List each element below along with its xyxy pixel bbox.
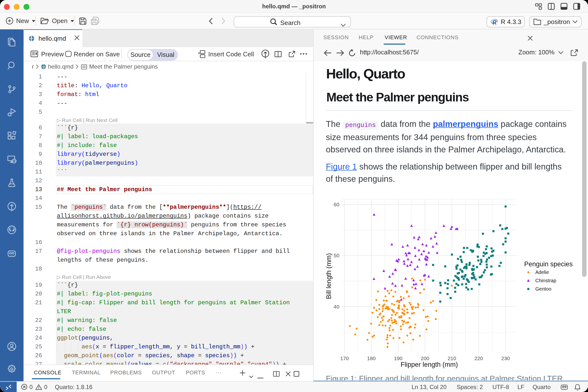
svg-text:200: 200 — [421, 356, 429, 361]
svg-text:170: 170 — [340, 356, 349, 361]
svg-text:60: 60 — [334, 202, 339, 207]
svg-text:R: R — [492, 19, 496, 25]
svg-text:50: 50 — [334, 252, 339, 258]
svg-text:Adelie: Adelie — [535, 270, 549, 275]
svg-text:180: 180 — [367, 356, 376, 361]
svg-text:Penguin species: Penguin species — [524, 260, 572, 268]
svg-text:Gentoo: Gentoo — [535, 286, 552, 292]
svg-text:220: 220 — [474, 356, 483, 361]
svg-text:Chinstrap: Chinstrap — [535, 278, 556, 283]
svg-text:Flipper length (mm): Flipper length (mm) — [400, 361, 458, 368]
svg-text:190: 190 — [394, 356, 402, 361]
svg-text:Bill length (mm): Bill length (mm) — [326, 253, 332, 299]
svg-text:210: 210 — [448, 356, 456, 361]
svg-text:230: 230 — [501, 356, 510, 361]
svg-text:40: 40 — [334, 304, 339, 310]
